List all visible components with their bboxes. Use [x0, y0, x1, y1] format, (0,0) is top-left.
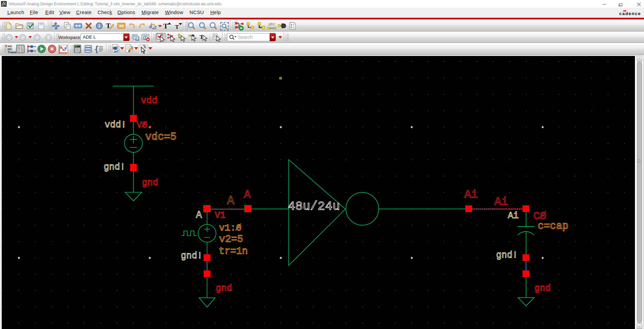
svg-text:A: A — [196, 209, 202, 221]
svg-text:V0.: V0. — [137, 120, 153, 130]
svg-text:Ai: Ai — [494, 195, 508, 208]
svg-text:gnd: gnd — [142, 178, 158, 188]
svg-text:Ai: Ai — [464, 188, 478, 201]
svg-text:gnd: gnd — [534, 283, 551, 293]
svg-text:vdd: vdd — [141, 96, 157, 106]
svg-text:gnd!: gnd! — [496, 250, 518, 260]
svg-text:abc: abc — [268, 21, 275, 26]
svg-text:A: A — [244, 188, 251, 201]
svg-text:T: T — [163, 22, 168, 30]
svg-text:gnd!: gnd! — [104, 162, 125, 172]
svg-text:v1:0: v1:0 — [219, 223, 241, 233]
svg-text:gnd: gnd — [216, 283, 232, 293]
svg-text:c=cap: c=cap — [538, 220, 569, 232]
svg-text:T: T — [175, 24, 179, 30]
svg-text:48u/24u: 48u/24u — [288, 199, 340, 213]
svg-text:Trans: Trans — [8, 50, 16, 54]
svg-text:gnd!: gnd! — [181, 251, 203, 261]
svg-text:V1: V1 — [215, 210, 225, 220]
svg-text:{: { — [95, 45, 98, 53]
svg-text:Ai: Ai — [508, 211, 519, 221]
svg-text:v2=5: v2=5 — [219, 234, 243, 245]
svg-text:A: A — [227, 194, 234, 208]
svg-text:vdc=5: vdc=5 — [145, 131, 176, 143]
svg-text:vdd!: vdd! — [105, 120, 126, 130]
svg-text:tr=1n: tr=1n — [219, 246, 248, 257]
